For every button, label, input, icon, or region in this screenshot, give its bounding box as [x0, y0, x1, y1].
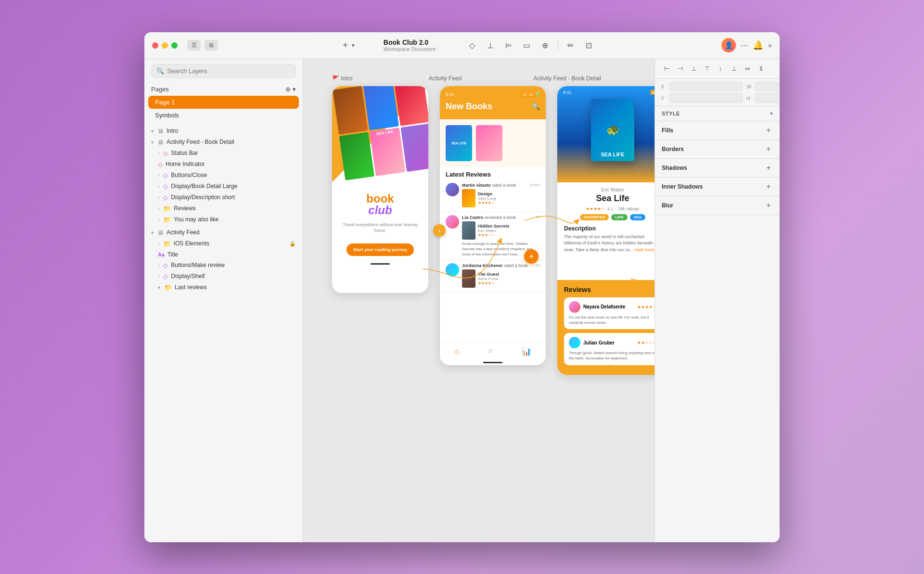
layer-display-book-detail[interactable]: › ◇ Display/Book Detail Large: [144, 181, 303, 192]
component-icon: ◇: [163, 172, 168, 179]
rp-shadows-title: Shadows: [662, 165, 687, 171]
add-button[interactable]: +: [343, 40, 348, 51]
monitor-icon: 🖥: [157, 128, 164, 135]
union-icon[interactable]: ⊕: [538, 38, 553, 53]
af-tab-stats[interactable]: 📊: [522, 347, 531, 356]
pen-icon[interactable]: ✏: [563, 38, 578, 53]
bd-book-overlay-title: SEA LIFE: [591, 152, 634, 157]
af-book-card-2: [476, 125, 502, 161]
rp-shadows-header[interactable]: Shadows +: [655, 159, 780, 177]
af-book-author-2: Eric Mateo: [478, 229, 510, 233]
add-page-icon[interactable]: ⊕: [285, 86, 291, 93]
distribute-icon[interactable]: ⊨: [501, 38, 516, 53]
resize-icon[interactable]: ⊡: [581, 38, 597, 53]
chevron-icon: ›: [158, 173, 159, 178]
layer-buttons-close[interactable]: › ◇ Buttons/Close: [144, 170, 303, 181]
af-avatar-2: [446, 215, 459, 229]
style-chevron[interactable]: ▾: [770, 110, 773, 117]
align-left-icon[interactable]: ⊢: [661, 63, 672, 75]
intro-cta-button[interactable]: Start your reading journey: [346, 243, 414, 256]
layer-home-indicator[interactable]: ◇ Home Indicator: [144, 159, 303, 170]
layer-last-reviews[interactable]: ▾ 📁 Last reviews: [144, 282, 303, 293]
rp-inner-shadows-add-button[interactable]: +: [764, 182, 773, 191]
intro-tagline: Travel everywhere without ever leaving h…: [332, 219, 428, 236]
af-tab-home[interactable]: ⌂: [454, 347, 459, 356]
sidebar-item-page1[interactable]: Page 1: [148, 96, 299, 109]
app-window: ☰ ⊞ + ▾ Book Club 2.0 Workspace Document…: [144, 32, 780, 542]
rp-blur-add-button[interactable]: +: [764, 201, 773, 210]
document-title: Book Club 2.0 Workspace Document: [384, 38, 436, 52]
search-input[interactable]: [167, 67, 291, 75]
layer-reviews[interactable]: › 📁 Reviews: [144, 203, 303, 214]
af-header: 9:41 📶 📶 🔋 New Books 🔍: [440, 86, 546, 119]
rp-blur-header[interactable]: Blur +: [655, 196, 780, 215]
af-home-indicator: [483, 362, 502, 363]
grid-view-icon[interactable]: ⊞: [205, 40, 218, 51]
align-center-h-icon[interactable]: ⊣: [674, 63, 686, 75]
layer-group-af[interactable]: ▾ 🖥 Activity Feed: [144, 227, 303, 238]
layer-buttons-make-review[interactable]: › ◇ Buttons/Make review: [144, 260, 303, 271]
rp-shadows-add-button[interactable]: +: [764, 164, 773, 172]
bd-header: 9:41 📶 🔋 ✕ 🐢 SEA LIFE: [557, 86, 654, 182]
af-time: 9:41: [446, 92, 454, 97]
search-box[interactable]: 🔍: [151, 64, 296, 78]
layer-display-description[interactable]: › ◇ Display/Description short: [144, 192, 303, 203]
bd-reviewer-row-1: Nayara Delafuente ★★★★☆: [569, 301, 654, 313]
rp-fills-header[interactable]: Fills +: [655, 121, 780, 140]
list-view-icon[interactable]: ☰: [187, 40, 201, 51]
rp-h-input[interactable]: [755, 93, 780, 103]
rp-w-input[interactable]: [755, 82, 780, 91]
rp-blur-title: Blur: [662, 202, 673, 209]
align-bottom-icon[interactable]: ⊥: [728, 63, 740, 75]
rp-inner-shadows-header[interactable]: Inner Shadows +: [655, 178, 780, 196]
bd-tag-favorites: FAVORITES: [580, 214, 609, 220]
close-button[interactable]: [152, 42, 158, 49]
frame-labels: 🚩 Intro Activity Feed Activity Feed - Bo…: [318, 74, 640, 82]
layer-display-shelf[interactable]: › ◇ Display/Shelf: [144, 271, 303, 282]
align-center-v-icon[interactable]: ↕: [715, 63, 726, 75]
minimize-button[interactable]: [162, 42, 168, 49]
dist-h-icon[interactable]: ⇔: [742, 63, 753, 75]
align-right-icon[interactable]: ⊥: [688, 63, 699, 75]
bd-description-title: Description: [564, 225, 654, 232]
chevron-icon: ›: [158, 151, 159, 156]
align-top-icon[interactable]: ⊤: [701, 63, 713, 75]
af-status-bar: 9:41 📶 📶 🔋: [446, 92, 540, 97]
rp-y-input[interactable]: [669, 93, 743, 103]
pages-chevron[interactable]: ▾: [293, 86, 296, 93]
af-search-icon[interactable]: 🔍: [532, 102, 540, 110]
frame-label-afbd: Activity Feed - Book Detail: [533, 74, 626, 82]
layer-group-afbd[interactable]: ▾ 🖥 Activity Feed - Book Detail: [144, 137, 303, 148]
rp-x-input[interactable]: [669, 82, 743, 91]
align-icon[interactable]: ⊥: [483, 38, 498, 53]
layer-title[interactable]: Aa Title: [144, 249, 303, 260]
rp-blur-section: Blur +: [655, 196, 780, 215]
add-chevron[interactable]: ▾: [352, 42, 355, 49]
layer-ios-elements[interactable]: › 📁 iOS Elements 🔒: [144, 238, 303, 249]
rect-icon[interactable]: ▭: [519, 38, 535, 53]
rp-borders-header[interactable]: Borders +: [655, 140, 780, 158]
af-tab-browse[interactable]: ≡: [488, 347, 492, 356]
dist-v-icon[interactable]: ⇕: [755, 63, 767, 75]
chevron-icon: ▾: [151, 140, 154, 145]
chevron-right-icon[interactable]: »: [768, 41, 772, 49]
bd-read-more[interactable]: read more: [634, 247, 654, 252]
rp-fills-add-button[interactable]: +: [764, 126, 773, 135]
layer-status-bar[interactable]: › ◇ Status Bar: [144, 148, 303, 159]
nav-arrow-left[interactable]: ‹: [433, 224, 446, 237]
layer-group-intro[interactable]: ▾ 🖥 Intro: [144, 126, 303, 137]
more-button[interactable]: ···: [741, 40, 748, 51]
user-avatar[interactable]: 👤: [721, 38, 736, 52]
af-fab-button[interactable]: +: [524, 249, 539, 264]
bd-reviews-section: Reviews Nayara Delafuente ★★★★☆ It's not…: [557, 280, 654, 375]
maximize-button[interactable]: [171, 42, 178, 49]
diamond-icon[interactable]: ◇: [464, 38, 480, 53]
af-avatar-1: [446, 183, 459, 196]
rp-alignment-toolbar: ⊢ ⊣ ⊥ ⊤ ↕ ⊥ ⇔ ⇕: [655, 59, 780, 79]
rp-borders-title: Borders: [662, 146, 684, 153]
af-book-info-3: The Guest Alicia Puma ★★★★☆: [478, 272, 499, 285]
notification-bell[interactable]: 🔔: [753, 40, 763, 51]
sidebar-item-symbols[interactable]: Symbols: [148, 109, 299, 122]
layer-you-may[interactable]: › 📁 You may also like: [144, 214, 303, 225]
rp-borders-add-button[interactable]: +: [764, 145, 773, 153]
